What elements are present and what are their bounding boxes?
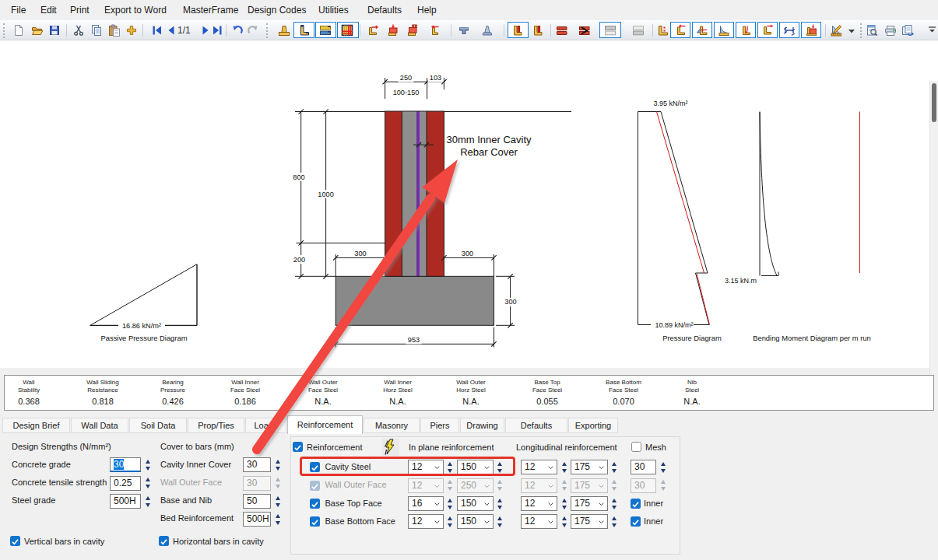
svg-text:800: 800	[293, 173, 304, 181]
svg-text:1000: 1000	[318, 191, 333, 198]
svg-text:Passive Pressure Diagram: Passive Pressure Diagram	[101, 334, 188, 342]
svg-text:300: 300	[354, 250, 366, 257]
svg-text:3.95 kN/m²: 3.95 kN/m²	[653, 100, 687, 107]
svg-text:250: 250	[400, 74, 412, 82]
svg-text:300: 300	[504, 298, 516, 306]
svg-text:16.86 kN/m²: 16.86 kN/m²	[122, 322, 161, 330]
svg-text:Pressure Diagram: Pressure Diagram	[662, 334, 722, 342]
svg-text:103: 103	[430, 74, 441, 82]
svg-text:10.89 kN/m²: 10.89 kN/m²	[655, 321, 693, 329]
svg-text:200: 200	[293, 256, 305, 264]
svg-text:30mm Inner Cavity: 30mm Inner Cavity	[446, 134, 532, 145]
svg-text:953: 953	[408, 336, 420, 344]
svg-text:3.15 kN.m: 3.15 kN.m	[725, 277, 757, 285]
svg-text:100-150: 100-150	[393, 89, 420, 96]
svg-text:300: 300	[462, 250, 473, 257]
svg-text:Rebar Cover: Rebar Cover	[460, 146, 518, 158]
svg-text:Bending Moment Diagram per m r: Bending Moment Diagram per m run	[753, 334, 871, 342]
